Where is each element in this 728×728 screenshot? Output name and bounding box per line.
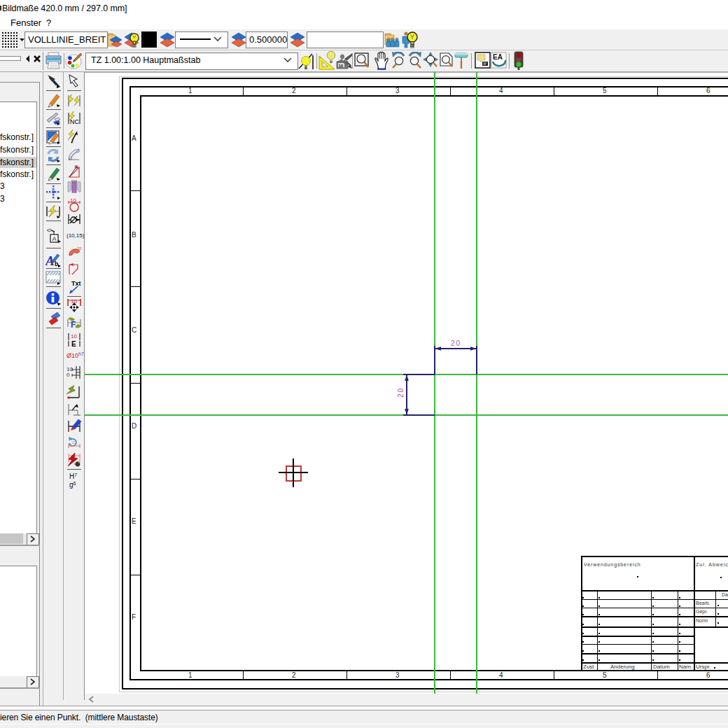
svg-text:E: E	[71, 340, 76, 347]
svg-text:0: 0	[66, 372, 70, 378]
svg-text:10: 10	[71, 333, 77, 340]
svg-text:10: 10	[339, 64, 344, 68]
svg-text:A: A	[52, 235, 57, 242]
svg-text:EA: EA	[493, 53, 503, 61]
svg-text:NC: NC	[70, 118, 79, 125]
svg-text:10: 10	[74, 164, 78, 169]
svg-text:Txt: Txt	[71, 280, 81, 287]
svg-text:10: 10	[71, 440, 76, 444]
svg-text:F: F	[71, 320, 76, 330]
svg-text:10: 10	[77, 246, 81, 251]
